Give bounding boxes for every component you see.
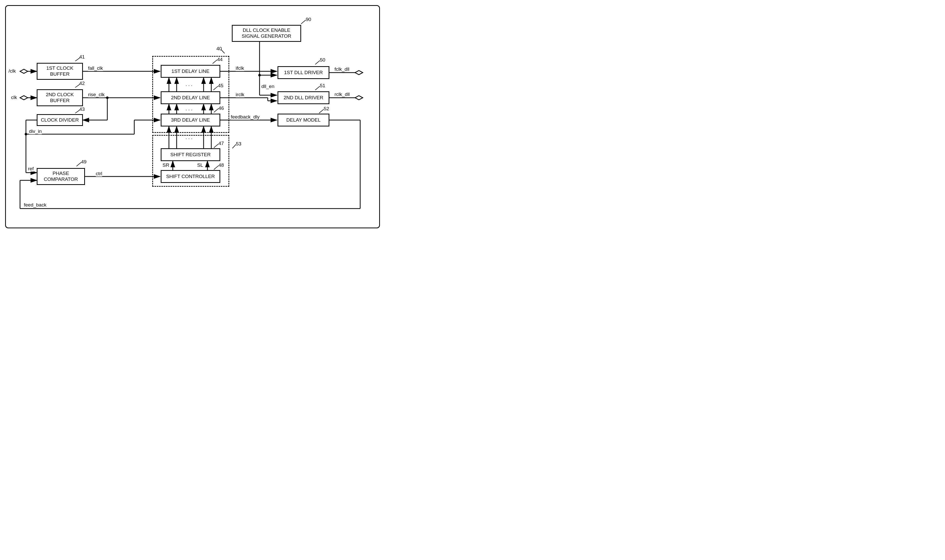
block-2nd-delay-line: 2ND DELAY LINE bbox=[161, 91, 220, 104]
ref-51: 51 bbox=[320, 83, 325, 89]
block-1st-dll-driver: 1ST DLL DRIVER bbox=[277, 66, 329, 79]
dll-block-diagram: /clk clk 1ST CLOCK BUFFER 2ND CLOCK BUFF… bbox=[5, 5, 380, 228]
svg-point-36 bbox=[258, 74, 261, 77]
label-rise-clk: rise_clk bbox=[88, 92, 105, 97]
block-clock-divider: CLOCK DIVIDER bbox=[37, 114, 83, 126]
ref-50: 50 bbox=[320, 57, 325, 63]
svg-point-9 bbox=[25, 133, 27, 135]
block-2nd-clock-buffer: 2ND CLOCK BUFFER bbox=[37, 89, 83, 106]
block-3rd-delay-line: 3RD DELAY LINE bbox=[161, 114, 220, 126]
label-feed-back: feed_back bbox=[24, 202, 46, 208]
dots-dl1-dl2: . . . bbox=[186, 82, 192, 87]
label-fclk-dll: fclk_dll bbox=[335, 66, 349, 72]
block-phase-comparator: PHASE COMPARATOR bbox=[37, 168, 85, 185]
label-ctrl: ctrl bbox=[96, 171, 102, 177]
label-sr: SR bbox=[162, 162, 169, 168]
ref-49: 49 bbox=[81, 159, 86, 165]
label-input-clk: clk bbox=[11, 95, 17, 100]
ref-48: 48 bbox=[219, 162, 224, 168]
block-1st-clock-buffer: 1ST CLOCK BUFFER bbox=[37, 63, 83, 80]
ref-41: 41 bbox=[79, 54, 85, 60]
label-dll-en: dll_en bbox=[261, 84, 274, 89]
ref-52: 52 bbox=[324, 106, 329, 112]
ref-46: 46 bbox=[219, 105, 224, 111]
label-irclk: irclk bbox=[236, 92, 244, 97]
ref-42: 42 bbox=[79, 80, 85, 86]
block-delay-model: DELAY MODEL bbox=[277, 114, 329, 126]
label-input-clk-n: /clk bbox=[8, 68, 16, 74]
block-dll-clock-enable-gen: DLL CLOCK ENABLE SIGNAL GENERATOR bbox=[232, 25, 301, 42]
ref-47: 47 bbox=[219, 141, 224, 146]
label-feedback-dly: feedback_dly bbox=[231, 114, 259, 120]
ref-53: 53 bbox=[236, 141, 241, 147]
dots-dl2-dl3: . . . bbox=[186, 106, 192, 112]
label-div-in: div_in bbox=[29, 129, 42, 134]
ref-44: 44 bbox=[217, 57, 223, 62]
label-sl: SL bbox=[197, 162, 203, 168]
label-rclk-dll: rclk_dll bbox=[335, 92, 350, 97]
label-ref: ref bbox=[28, 166, 34, 172]
ref-40: 40 bbox=[216, 46, 222, 52]
label-ifclk: ifclk bbox=[236, 65, 244, 71]
block-2nd-dll-driver: 2ND DLL DRIVER bbox=[277, 91, 329, 104]
svg-point-4 bbox=[106, 97, 109, 99]
ref-90: 90 bbox=[306, 17, 311, 22]
ref-43: 43 bbox=[79, 106, 85, 112]
block-shift-controller: SHIFT CONTROLLER bbox=[161, 170, 220, 183]
ref-45: 45 bbox=[218, 83, 224, 89]
block-shift-register: SHIFT REGISTER bbox=[161, 148, 220, 161]
block-1st-delay-line: 1ST DELAY LINE bbox=[161, 65, 220, 78]
label-fall-clk: fall_clk bbox=[88, 65, 103, 71]
